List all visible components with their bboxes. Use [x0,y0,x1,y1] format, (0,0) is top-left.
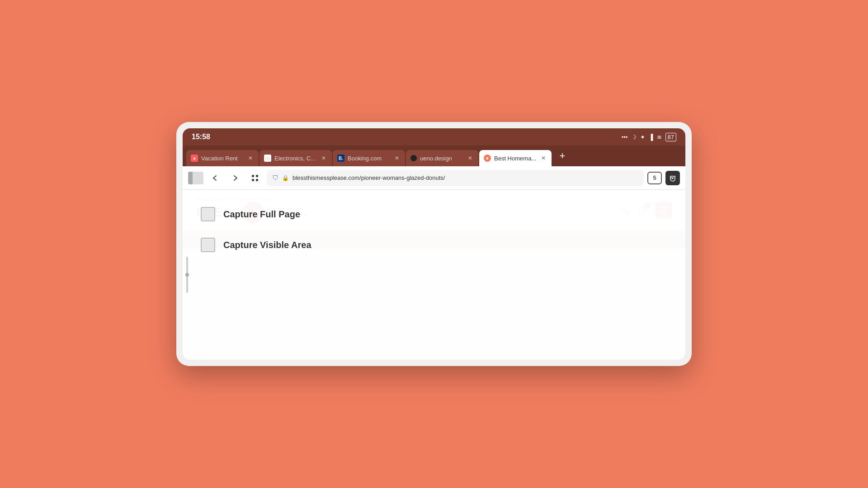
status-bar: 15:58 ••• ☽ ✦ ▐ ≋ 87 [183,128,685,145]
grid-button[interactable] [247,170,263,186]
tab-ueno-label: ueno.design [420,155,463,162]
booking-icon: B. [337,155,344,162]
sidebar-toggle[interactable] [188,172,203,184]
website-content: WHOLESOME FAMILY FOOD BLESS THIS MESS. 🔍… [183,190,685,360]
airbnb-icon: ♦ [191,155,198,162]
tab-vacation-close[interactable]: ✕ [247,155,254,162]
battery-indicator: 87 [665,133,676,141]
moon-icon: ☽ [631,134,637,141]
wifi-icon: ≋ [657,134,662,141]
bluetooth-icon: ✦ [640,134,645,141]
capture-visible-area-label: Capture Visible Area [223,240,311,250]
tab-count-button[interactable]: 5 [647,172,662,184]
tabs-bar: ♦ Vacation Rent ✕ 🛍 Electronics, C... ✕ … [183,145,685,166]
heart-icon: ♥ [484,155,491,162]
tab-electronics-label: Electronics, C... [274,155,317,162]
status-icons: ••• ☽ ✦ ▐ ≋ 87 [622,133,676,141]
scrollbar[interactable] [186,257,188,293]
capture-visible-area-checkbox[interactable] [201,238,215,252]
scroll-thumb [185,273,189,277]
capture-full-page-checkbox[interactable] [201,207,215,221]
shield-icon: ⛉ [272,174,278,182]
url-bar[interactable]: ⛉ 🔒 blessthismessplease.com/pioneer-woma… [267,170,644,186]
tab-booking[interactable]: B. Booking.com ✕ [333,150,405,166]
pocket-button[interactable] [665,171,680,185]
status-time: 15:58 [192,133,210,141]
tab-booking-close[interactable]: ✕ [393,155,401,162]
tab-vacation[interactable]: ♦ Vacation Rent ✕ [186,150,259,166]
forward-button[interactable] [227,170,243,186]
tab-bless-close[interactable]: ✕ [540,155,547,162]
tab-electronics-close[interactable]: ✕ [320,155,327,162]
sidebar-right-panel [193,172,203,184]
url-text: blessthismessplease.com/pioneer-womans-g… [292,174,638,181]
svg-rect-3 [256,179,258,181]
sidebar-left-panel [188,172,193,184]
capture-dropdown: Capture Full Page Capture Visible Area [183,190,685,360]
svg-rect-2 [252,179,254,181]
ellipsis-icon: ••• [622,134,628,141]
nav-bar: ⛉ 🔒 blessthismessplease.com/pioneer-woma… [183,166,685,190]
back-button[interactable] [207,170,223,186]
device-frame: 15:58 ••• ☽ ✦ ▐ ≋ 87 ♦ Vacation Rent ✕ 🛍… [176,122,692,366]
capture-full-page-item[interactable]: Capture Full Page [201,203,667,225]
lock-icon: 🔒 [282,175,289,181]
scrollbar-track [186,190,188,360]
svg-rect-1 [256,175,258,177]
tab-bless-label: Best Homema... [494,155,537,162]
tab-electronics[interactable]: 🛍 Electronics, C... ✕ [259,150,332,166]
tab-vacation-label: Vacation Rent [201,155,244,162]
device-screen: 15:58 ••• ☽ ✦ ▐ ≋ 87 ♦ Vacation Rent ✕ 🛍… [183,128,685,360]
tab-booking-label: Booking.com [348,155,390,162]
new-tab-button[interactable]: + [554,148,571,164]
ueno-icon [410,155,417,161]
svg-rect-0 [252,175,254,177]
tab-ueno-close[interactable]: ✕ [467,155,474,162]
tab-bless[interactable]: ♥ Best Homema... ✕ [479,150,552,166]
tab-ueno[interactable]: ueno.design ✕ [406,150,478,166]
shopping-icon: 🛍 [264,155,271,162]
capture-full-page-label: Capture Full Page [223,209,300,220]
signal-icon: ▐ [649,134,653,141]
capture-visible-area-item[interactable]: Capture Visible Area [201,234,667,256]
